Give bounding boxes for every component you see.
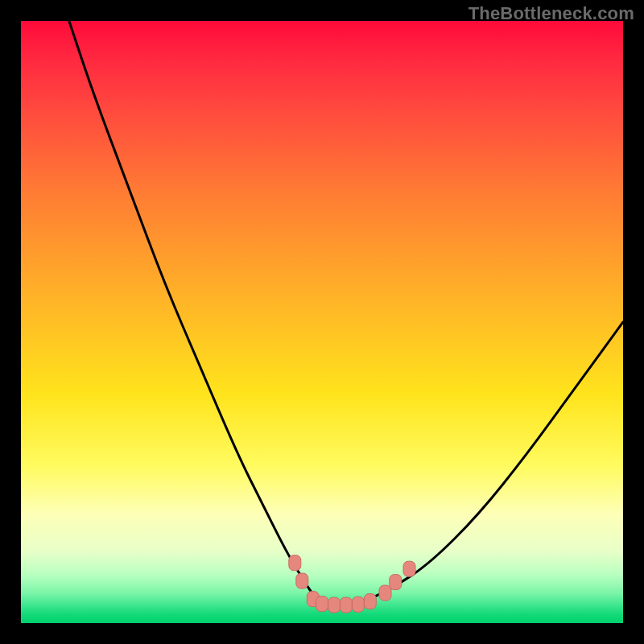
curve-marker	[289, 555, 301, 571]
curve-marker	[340, 597, 352, 613]
curve-marker	[352, 597, 364, 612]
bottleneck-curve	[21, 21, 623, 623]
curve-marker	[316, 597, 328, 612]
chart-frame: TheBottleneck.com	[0, 0, 644, 644]
curve-marker	[296, 573, 308, 588]
curve-path	[69, 21, 623, 605]
curve-marker	[328, 597, 341, 613]
curve-marker	[307, 592, 319, 607]
curve-marker	[379, 585, 391, 601]
plot-area	[21, 21, 623, 623]
curve-marker	[403, 561, 415, 576]
curve-markers	[289, 555, 415, 613]
curve-marker	[364, 594, 376, 609]
watermark-text: TheBottleneck.com	[469, 3, 634, 24]
curve-marker	[390, 575, 402, 590]
